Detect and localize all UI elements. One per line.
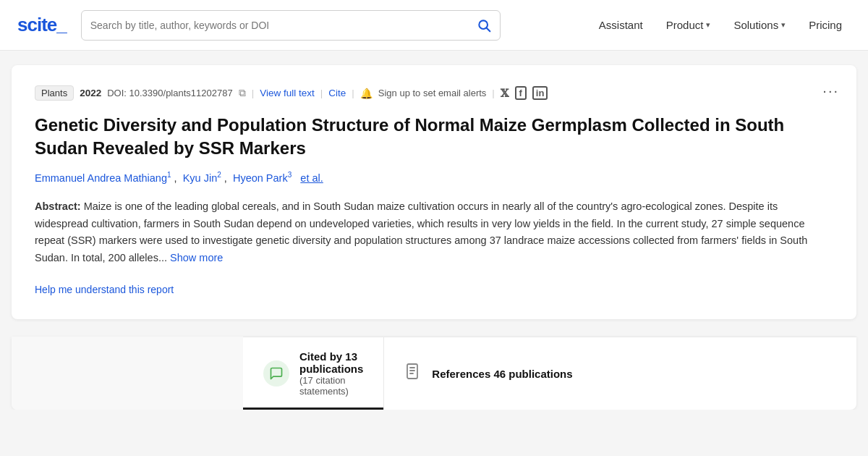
cited-by-icon [263,360,289,387]
references-icon [404,363,422,384]
cited-by-tab[interactable]: Cited by 13 publications (17 citation st… [243,337,384,410]
references-label: References 46 publications [432,368,572,380]
separator-1: | [252,88,255,98]
search-input[interactable] [90,20,477,31]
abstract: Abstract: Maize is one of the leading gl… [35,198,833,268]
cited-by-sub-label: publications [299,363,363,375]
bell-icon: 🔔 [360,88,373,99]
show-more-link[interactable]: Show more [170,252,223,263]
social-icons: 𝕏 f in [501,86,548,100]
journal-badge: Plants [35,85,74,101]
author-1-sup: 1 [167,171,171,179]
solutions-chevron-icon: ▾ [781,20,786,30]
separator-2: | [320,88,323,98]
view-full-text-link[interactable]: View full text [260,88,315,98]
header: scite_ Assistant Product ▾ Solutions ▾ P… [0,0,868,51]
copy-doi-icon[interactable]: ⧉ [239,87,246,99]
citations-tabs: Cited by 13 publications (17 citation st… [243,337,856,410]
cite-link[interactable]: Cite [328,88,346,98]
author-2-sup: 2 [217,171,221,179]
logo[interactable]: scite_ [17,14,67,36]
abstract-label: Abstract: [35,200,81,212]
references-tab[interactable]: References 46 publications [384,337,592,410]
main-nav: Assistant Product ▾ Solutions ▾ Pricing [590,13,851,37]
abstract-text: Maize is one of the leading global cerea… [35,200,807,264]
meta-line: Plants 2022 DOI: 10.3390/plants11202787 … [35,85,833,101]
cited-by-main: Cited by 13 [299,350,363,363]
paper-title: Genetic Diversity and Population Structu… [35,114,833,161]
nav-solutions[interactable]: Solutions ▾ [725,13,794,37]
alert-text: Sign up to set email alerts [378,88,487,98]
paper-doi: DOI: 10.3390/plants11202787 [107,88,232,98]
search-bar[interactable] [81,10,501,41]
nav-assistant[interactable]: Assistant [590,13,652,37]
svg-rect-2 [407,364,417,379]
author-1[interactable]: Emmanuel Andrea Mathiang1 [35,172,174,184]
citations-bar: Cited by 13 publications (17 citation st… [12,337,856,410]
paper-year: 2022 [80,88,101,98]
citation-count-sub: statements) [299,386,363,397]
product-chevron-icon: ▾ [706,20,710,30]
cited-by-text: Cited by 13 publications (17 citation st… [299,350,363,397]
help-link[interactable]: Help me understand this report [35,284,174,295]
nav-product[interactable]: Product ▾ [658,13,720,37]
author-2[interactable]: Kyu Jin2 [183,172,224,184]
et-al-link[interactable]: et al. [300,172,323,184]
more-options-button[interactable]: ··· [822,83,839,99]
authors: Emmanuel Andrea Mathiang1 , Kyu Jin2 , H… [35,171,833,184]
left-spacer [12,337,243,410]
svg-line-1 [486,28,490,31]
paper-card: ··· Plants 2022 DOI: 10.3390/plants11202… [12,65,856,319]
nav-pricing[interactable]: Pricing [800,13,851,37]
linkedin-icon[interactable]: in [532,86,548,100]
separator-4: | [492,88,495,98]
author-3-sup: 3 [288,171,292,179]
author-3[interactable]: Hyeon Park3 [233,172,294,184]
citation-count-label: (17 citation [299,375,363,386]
separator-3: | [352,88,354,98]
search-icon [477,18,491,33]
facebook-icon[interactable]: f [515,86,527,100]
main-content: ··· Plants 2022 DOI: 10.3390/plants11202… [0,51,868,410]
twitter-icon[interactable]: 𝕏 [501,87,509,100]
